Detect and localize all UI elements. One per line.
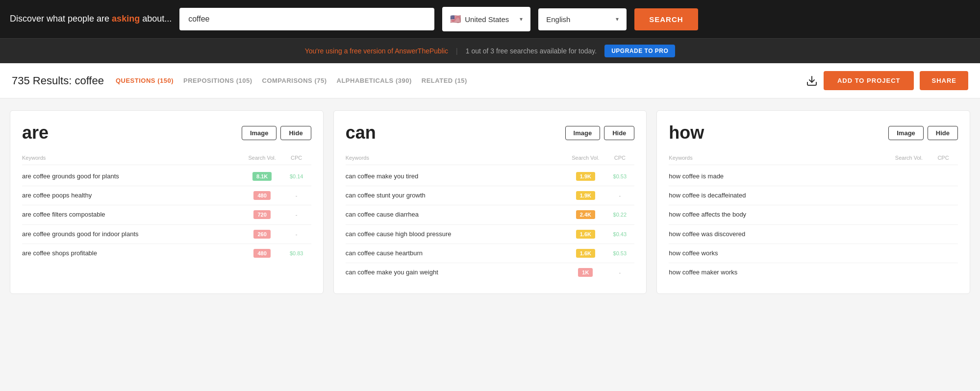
divider: | bbox=[456, 47, 458, 55]
language-select-wrap: English ▾ bbox=[538, 8, 627, 30]
chevron-down-icon: ▾ bbox=[520, 16, 523, 23]
card-section-title: are bbox=[22, 122, 49, 143]
tab-comparisons[interactable]: COMPARISONS (75) bbox=[262, 77, 327, 84]
table-header: Keywords Search Vol. CPC bbox=[22, 153, 311, 165]
table-row: can coffee make you gain weight 1K - bbox=[346, 263, 635, 282]
table-row: are coffee poops healthy 480 - bbox=[22, 186, 311, 205]
cpc-value: $0.22 bbox=[613, 212, 627, 218]
table-row: can coffee cause diarrhea 2.4K $0.22 bbox=[346, 205, 635, 224]
keyword-text: how coffee was discovered bbox=[669, 230, 889, 239]
add-to-project-button[interactable]: ADD TO PROJECT bbox=[824, 71, 914, 90]
tagline-asking: asking bbox=[112, 14, 140, 24]
search-input[interactable] bbox=[179, 8, 434, 30]
nav-tabs: QUESTIONS (150) PREPOSITIONS (105) COMPA… bbox=[116, 77, 794, 84]
card-actions: Image Hide bbox=[565, 126, 635, 140]
search-volume-badge: 2.4K bbox=[576, 210, 595, 219]
share-button[interactable]: SHARE bbox=[920, 71, 968, 90]
search-volume-badge: 480 bbox=[253, 191, 270, 200]
col-keywords: Keywords bbox=[22, 155, 243, 161]
keyword-text: how coffee works bbox=[669, 249, 889, 258]
col-search-vol: Search Vol. bbox=[243, 155, 282, 161]
header: Discover what people are asking about...… bbox=[0, 0, 980, 38]
cpc-value: - bbox=[296, 212, 298, 218]
cpc-value: - bbox=[296, 193, 298, 198]
tab-questions[interactable]: QUESTIONS (150) bbox=[116, 77, 174, 84]
search-button[interactable]: SEARCH bbox=[634, 8, 698, 30]
col-cpc: CPC bbox=[605, 155, 634, 161]
search-volume-badge: 720 bbox=[253, 210, 270, 219]
download-button[interactable] bbox=[806, 75, 818, 87]
table-row: how coffee was discovered bbox=[669, 225, 958, 244]
search-input-wrap bbox=[179, 8, 434, 30]
card-header: are Image Hide bbox=[22, 122, 311, 143]
free-version-text: You're using a free version of AnswerThe… bbox=[305, 47, 448, 55]
card-actions: Image Hide bbox=[888, 126, 958, 140]
keyword-card: are Image Hide Keywords Search Vol. CPC … bbox=[10, 110, 324, 294]
image-button[interactable]: Image bbox=[888, 126, 924, 140]
search-volume-badge: 1.9K bbox=[576, 172, 595, 181]
chevron-down-icon: ▾ bbox=[616, 16, 619, 23]
table-row: how coffee is decaffeinated bbox=[669, 186, 958, 205]
results-keyword: coffee bbox=[75, 74, 104, 87]
keyword-text: can coffee stunt your growth bbox=[346, 191, 566, 200]
cpc-value: $0.53 bbox=[613, 173, 627, 179]
keyword-text: can coffee make you tired bbox=[346, 172, 566, 181]
card-header: can Image Hide bbox=[346, 122, 635, 143]
keyword-text: can coffee make you gain weight bbox=[346, 268, 566, 277]
keyword-text: can coffee cause diarrhea bbox=[346, 210, 566, 219]
card-header: how Image Hide bbox=[669, 122, 958, 143]
keyword-text: how coffee affects the body bbox=[669, 210, 889, 219]
table-row: are coffee grounds good for indoor plant… bbox=[22, 225, 311, 244]
keyword-card: how Image Hide Keywords Search Vol. CPC … bbox=[656, 110, 970, 294]
table-row: are coffee shops profitable 480 $0.83 bbox=[22, 244, 311, 263]
cpc-value: - bbox=[619, 193, 621, 198]
card-section-title: how bbox=[669, 122, 704, 143]
hide-button[interactable]: Hide bbox=[928, 126, 958, 140]
table-row: how coffee works bbox=[669, 244, 958, 263]
keyword-text: are coffee shops profitable bbox=[22, 249, 243, 258]
table-header: Keywords Search Vol. CPC bbox=[346, 153, 635, 165]
table-header: Keywords Search Vol. CPC bbox=[669, 153, 958, 165]
table-row: can coffee cause high blood pressure 1.6… bbox=[346, 225, 635, 244]
table-row: can coffee cause heartburn 1.6K $0.53 bbox=[346, 244, 635, 263]
upgrade-to-pro-button[interactable]: UPGRADE TO PRO bbox=[604, 45, 675, 57]
keyword-text: can coffee cause heartburn bbox=[346, 249, 566, 258]
keyword-text: are coffee filters compostable bbox=[22, 210, 243, 219]
tab-alphabeticals[interactable]: ALPHABETICALS (390) bbox=[337, 77, 412, 84]
cpc-value: $0.83 bbox=[290, 250, 303, 256]
card-actions: Image Hide bbox=[242, 126, 311, 140]
hide-button[interactable]: Hide bbox=[280, 126, 311, 140]
results-header: 735 Results: coffee QUESTIONS (150) PREP… bbox=[0, 63, 980, 98]
tagline: Discover what people are asking about... bbox=[10, 13, 172, 24]
cpc-value: - bbox=[296, 231, 298, 237]
hide-button[interactable]: Hide bbox=[604, 126, 634, 140]
keyword-text: how coffee is decaffeinated bbox=[669, 191, 889, 200]
tab-related[interactable]: RELATED (15) bbox=[422, 77, 467, 84]
search-volume-badge: 1.6K bbox=[576, 249, 595, 258]
keyword-text: are coffee grounds good for indoor plant… bbox=[22, 230, 243, 239]
table-row: are coffee grounds good for plants 8.1K … bbox=[22, 167, 311, 186]
search-volume-badge: 1.6K bbox=[576, 230, 595, 239]
keyword-text: how coffee maker works bbox=[669, 268, 889, 277]
table-row: how coffee maker works bbox=[669, 263, 958, 282]
results-actions: ADD TO PROJECT SHARE bbox=[806, 71, 968, 90]
flag-icon: 🇺🇸 bbox=[450, 14, 461, 24]
language-select[interactable]: English ▾ bbox=[538, 8, 627, 30]
keyword-text: can coffee cause high blood pressure bbox=[346, 230, 566, 239]
table-row: how coffee is made bbox=[669, 167, 958, 186]
image-button[interactable]: Image bbox=[565, 126, 601, 140]
searches-remaining-text: 1 out of 3 free searches available for t… bbox=[466, 47, 597, 55]
col-keywords: Keywords bbox=[346, 155, 566, 161]
cpc-value: $0.53 bbox=[613, 250, 627, 256]
table-row: are coffee filters compostable 720 - bbox=[22, 205, 311, 224]
tab-prepositions[interactable]: PREPOSITIONS (105) bbox=[183, 77, 252, 84]
keyword-text: are coffee grounds good for plants bbox=[22, 172, 243, 181]
col-search-vol: Search Vol. bbox=[566, 155, 605, 161]
keyword-card: can Image Hide Keywords Search Vol. CPC … bbox=[333, 110, 647, 294]
search-volume-badge: 8.1K bbox=[252, 172, 272, 181]
info-bar: You're using a free version of AnswerThe… bbox=[0, 38, 980, 63]
image-button[interactable]: Image bbox=[242, 126, 277, 140]
search-volume-badge: 1.9K bbox=[576, 191, 595, 200]
country-select[interactable]: 🇺🇸 United States ▾ bbox=[442, 7, 530, 31]
country-select-wrap: 🇺🇸 United States ▾ bbox=[442, 7, 530, 31]
